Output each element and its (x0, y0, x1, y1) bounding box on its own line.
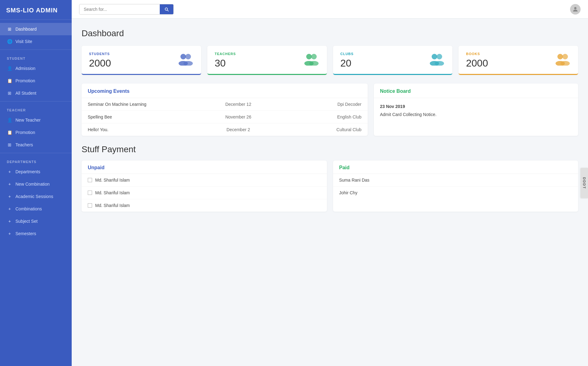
app-logo: SMS-LIO ADMIN (0, 0, 72, 20)
unpaid-checkbox-3[interactable] (88, 203, 92, 208)
svg-point-2 (185, 54, 191, 59)
upcoming-events-panel: Upcoming Events Seminar On Machine Learn… (82, 84, 368, 136)
sidebar-item-label: Semesters (15, 231, 36, 236)
sidebar-item-academic-sessions[interactable]: + Academic Sessions (0, 190, 72, 203)
sidebar-item-admission[interactable]: 👤 Admission (0, 62, 72, 75)
svg-point-14 (562, 54, 568, 59)
notice-board-panel: Notice Board 23 Nov 2019 Admit Card Coll… (374, 84, 578, 136)
sidebar-item-combinations[interactable]: + Combinations (0, 203, 72, 215)
sidebar-item-all-student[interactable]: ⊞ All Student (0, 87, 72, 99)
books-icon (555, 53, 571, 68)
svg-point-13 (557, 54, 563, 59)
unpaid-header: Unpaid (82, 161, 327, 174)
person-icon: 👤 (7, 66, 12, 71)
unpaid-item-3: Md. Shariful Islam (82, 199, 327, 212)
sidebar-item-label: Promotion (15, 130, 35, 135)
stat-value-clubs: 20 (341, 58, 354, 69)
grid-icon: ⊞ (7, 90, 12, 96)
plus-icon: + (7, 194, 12, 199)
sidebar-item-label: New Combination (15, 182, 50, 187)
globe-icon: 🌐 (7, 39, 12, 44)
sidebar-item-semesters[interactable]: + Semesters (0, 227, 72, 240)
page-title: Dashboard (82, 28, 578, 38)
svg-point-9 (432, 54, 437, 59)
stat-label-teachers: TEACHERS (215, 52, 236, 56)
students-icon (178, 53, 194, 68)
unpaid-item-2: Md. Shariful Islam (82, 187, 327, 199)
stat-label-clubs: CLUBS (341, 52, 354, 56)
sidebar-item-label: Subject Set (15, 219, 38, 224)
stat-card-teachers: TEACHERS 30 (207, 46, 327, 75)
search-icon (164, 7, 169, 12)
sidebar-item-new-teacher[interactable]: 👤 New Teacher (0, 114, 72, 126)
sidebar-item-student-promotion[interactable]: 📋 Promotion (0, 75, 72, 87)
stat-label-books: BOOKS (466, 52, 488, 56)
unpaid-name-2: Md. Shariful Islam (95, 190, 130, 195)
svg-point-5 (306, 54, 312, 59)
event-name: Seminar On Machine Learning (88, 102, 197, 107)
notice-row-1: 23 Nov 2019 Admit Card Collecting Notice… (374, 98, 578, 123)
sidebar-item-subject-set[interactable]: + Subject Set (0, 215, 72, 227)
event-row-3: Hello! You. December 2 Cultural Club (82, 123, 368, 136)
stat-value-teachers: 30 (215, 58, 236, 69)
teachers-icon (303, 53, 319, 68)
unpaid-checkbox-2[interactable] (88, 191, 92, 195)
sidebar-item-label: Academic Sessions (15, 194, 53, 199)
search-button[interactable] (160, 4, 173, 14)
stat-value-students: 2000 (89, 58, 111, 69)
unpaid-panel: Unpaid Md. Shariful Islam Md. Shariful I… (82, 161, 327, 212)
stat-card-books: BOOKS 2000 (459, 46, 578, 75)
svg-point-6 (311, 54, 317, 59)
user-avatar[interactable] (570, 4, 581, 15)
sidebar-item-visit-site[interactable]: 🌐 Visit Site (0, 35, 72, 48)
section-label-teacher: TEACHER (0, 103, 72, 114)
unpaid-name-1: Md. Shariful Islam (95, 178, 130, 183)
search-input[interactable] (79, 5, 160, 14)
sidebar-item-label: New Teacher (15, 118, 40, 123)
paid-header: Paid (333, 161, 578, 174)
topbar (72, 0, 588, 19)
event-venue: English Club (279, 114, 362, 119)
paid-panel: Paid Suma Rani Das Johir Chy (333, 161, 578, 212)
person-icon: 👤 (7, 117, 12, 123)
paid-name-2: Johir Chy (339, 190, 357, 195)
sidebar-item-label: Combinations (15, 206, 42, 211)
plus-icon: + (7, 206, 12, 212)
content-area: Dashboard STUDENTS 2000 (72, 19, 588, 366)
promotion-icon: 📋 (7, 78, 12, 84)
unpaid-item-1: Md. Shariful Islam (82, 174, 327, 187)
svg-point-0 (574, 7, 576, 9)
sidebar-item-teacher-promotion[interactable]: 📋 Promotion (0, 126, 72, 139)
search-box (79, 4, 174, 15)
event-date: December 2 (197, 127, 279, 132)
sidebar-item-departments[interactable]: + Departments (0, 166, 72, 178)
sidebar-item-dashboard[interactable]: ⊞ Dashboard (0, 23, 72, 35)
event-row-1: Seminar On Machine Learning December 12 … (82, 98, 368, 111)
stat-value-books: 2000 (466, 58, 488, 69)
sidebar-item-new-combination[interactable]: + New Combination (0, 178, 72, 190)
paid-item-2: Johir Chy (333, 187, 578, 199)
upcoming-events-header: Upcoming Events (82, 84, 368, 98)
sidebar-item-label: All Student (15, 91, 36, 96)
promotion-icon: 📋 (7, 130, 12, 135)
sidebar-item-label: Admission (15, 66, 36, 71)
svg-point-1 (180, 54, 186, 59)
unpaid-name-3: Md. Shariful Islam (95, 203, 130, 208)
svg-point-10 (437, 54, 442, 59)
dashboard-icon: ⊞ (7, 26, 12, 32)
clubs-icon (429, 53, 445, 68)
sidebar-nav: ⊞ Dashboard 🌐 Visit Site STUDENT 👤 Admis… (0, 20, 72, 243)
event-date: November 26 (197, 114, 279, 119)
sidebar-item-teachers[interactable]: ⊞ Teachers (0, 139, 72, 151)
notice-text: Admit Card Collecting Notice. (380, 111, 572, 118)
event-venue: Dpi Decoder (279, 102, 362, 107)
sidebar-item-label: Dashboard (15, 27, 37, 32)
unpaid-checkbox-1[interactable] (88, 178, 92, 182)
panels-row: Upcoming Events Seminar On Machine Learn… (82, 84, 578, 136)
main-area: Dashboard STUDENTS 2000 (72, 0, 588, 366)
plus-icon: + (7, 218, 12, 224)
sidebar-item-label: Promotion (15, 78, 35, 83)
dddt-tab[interactable]: DDDT (581, 168, 588, 198)
plus-icon: + (7, 169, 12, 174)
notice-board-header: Notice Board (374, 84, 578, 98)
